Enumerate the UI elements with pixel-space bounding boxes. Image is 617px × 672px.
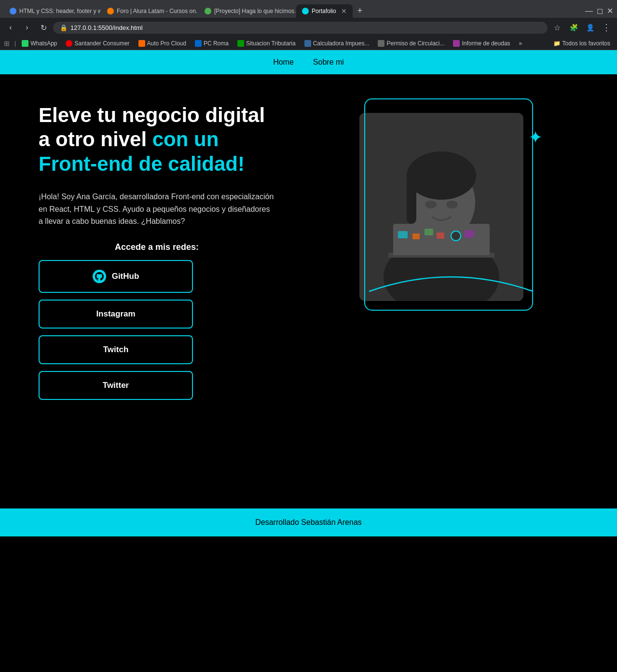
- bookmark-permiso[interactable]: Permiso de Circulaci...: [375, 39, 447, 48]
- restore-icon[interactable]: ◻: [597, 6, 603, 15]
- tab-1[interactable]: HTML y CSS: header, footer y w... ✕: [4, 4, 100, 18]
- website: Home Sobre mi Eleve tu negocio digital a…: [0, 50, 617, 536]
- forward-button[interactable]: ›: [20, 21, 34, 34]
- autopro-icon: [138, 40, 145, 47]
- refresh-button[interactable]: ↻: [37, 21, 50, 34]
- bookmark-star-button[interactable]: ☆: [550, 21, 564, 34]
- bookmarks-bar: ⊞ | WhatsApp Santander Consumer Auto Pro…: [0, 37, 617, 50]
- site-footer: Desarrollado Sebastián Arenas: [0, 508, 617, 536]
- bookmark-roma[interactable]: PC Roma: [192, 39, 232, 48]
- nav-home[interactable]: Home: [273, 58, 294, 67]
- sparkle-decoration: ✦: [528, 127, 543, 148]
- social-heading: Accede a mis redes:: [39, 242, 275, 252]
- tab-3[interactable]: [Proyecto] Haga lo que hicimos... ✕: [199, 4, 295, 18]
- bookmark-whatsapp[interactable]: WhatsApp: [19, 39, 60, 48]
- apps-icon[interactable]: ⊞: [4, 40, 10, 47]
- bookmark-autopro[interactable]: Auto Pro Cloud: [136, 39, 189, 48]
- lock-icon: 🔒: [60, 24, 68, 31]
- footer-text: Desarrollado Sebastián Arenas: [255, 518, 362, 526]
- instagram-button[interactable]: Instagram: [39, 300, 193, 329]
- hero-title: Eleve tu negocio digital a otro nivel co…: [39, 103, 275, 176]
- close-window-icon[interactable]: ✕: [607, 6, 613, 15]
- site-nav: Home Sobre mi: [0, 50, 617, 74]
- tab-bar: HTML y CSS: header, footer y w... ✕ Foro…: [0, 0, 617, 18]
- folder-icon: 📁: [553, 40, 561, 47]
- minimize-icon[interactable]: —: [585, 7, 593, 15]
- instagram-label: Instagram: [96, 309, 135, 319]
- github-icon: [93, 270, 106, 283]
- extensions-button[interactable]: 🧩: [567, 21, 580, 34]
- santander-icon: [66, 40, 72, 47]
- new-tab-button[interactable]: +: [354, 4, 367, 18]
- tab-4-portafolio[interactable]: Portafolio ✕: [296, 4, 353, 18]
- tab-2[interactable]: Foro | Alura Latam - Cursos on... ✕: [101, 4, 198, 18]
- browser-controls: ‹ › ↻ 🔒 127.0.0.1:5500/index.html ☆ 🧩 👤 …: [0, 18, 617, 37]
- bookmarks-more[interactable]: »: [516, 39, 525, 48]
- photo-frame: ✦: [350, 103, 533, 315]
- profile-button[interactable]: 👤: [583, 21, 597, 34]
- all-favorites[interactable]: 📁 Todos los favoritos: [550, 39, 613, 48]
- bookmark-calculadora[interactable]: Calculadora Impues...: [302, 39, 372, 48]
- twitter-button[interactable]: Twitter: [39, 371, 193, 400]
- hero-right: ✦: [304, 103, 578, 315]
- hero-description: ¡Hola! Soy Ana García, desarrolladora Fr…: [39, 191, 275, 228]
- back-button[interactable]: ‹: [4, 21, 17, 34]
- menu-button[interactable]: ⋮: [600, 21, 613, 34]
- hero-left: Eleve tu negocio digital a otro nivel co…: [39, 103, 275, 407]
- bookmark-informe[interactable]: Informe de deudas: [450, 39, 513, 48]
- twitch-label: Twitch: [103, 345, 129, 355]
- situacion-icon: [237, 40, 244, 47]
- informe-icon: [453, 40, 460, 47]
- browser-chrome: HTML y CSS: header, footer y w... ✕ Foro…: [0, 0, 617, 50]
- github-button[interactable]: GitHub: [39, 260, 193, 293]
- permiso-icon: [378, 40, 384, 47]
- bookmark-santander[interactable]: Santander Consumer: [63, 39, 132, 48]
- twitch-button[interactable]: Twitch: [39, 335, 193, 364]
- curve-decoration: [355, 267, 548, 296]
- close-tab-4-icon[interactable]: ✕: [341, 7, 347, 15]
- nav-sobre-mi[interactable]: Sobre mi: [313, 58, 344, 67]
- hero-title-white: Eleve tu negocio digital a otro nivel: [39, 104, 265, 151]
- hero-section: Eleve tu negocio digital a otro nivel co…: [0, 74, 617, 508]
- whatsapp-icon: [22, 40, 28, 47]
- bookmark-situacion[interactable]: Situacion Tributaria: [234, 39, 299, 48]
- roma-icon: [195, 40, 202, 47]
- url-text: 127.0.0.1:5500/index.html: [70, 24, 541, 31]
- calculadora-icon: [304, 40, 311, 47]
- twitter-label: Twitter: [103, 381, 129, 390]
- address-bar[interactable]: 🔒 127.0.0.1:5500/index.html: [53, 22, 548, 34]
- github-label: GitHub: [112, 272, 139, 281]
